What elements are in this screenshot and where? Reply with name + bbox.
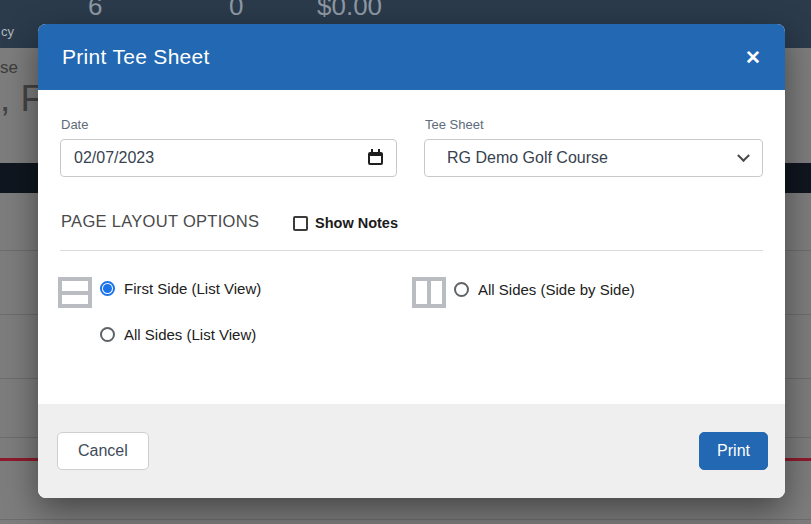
dialog-header: Print Tee Sheet ✕: [38, 24, 785, 90]
tee-sheet-selected-value: RG Demo Golf Course: [447, 149, 608, 167]
close-icon[interactable]: ✕: [745, 48, 761, 67]
page-heading-fragment: , F: [0, 78, 43, 120]
radio-icon[interactable]: [454, 282, 469, 297]
side-by-side-layout-icon: [412, 277, 446, 308]
date-input[interactable]: [74, 149, 368, 167]
show-notes-option[interactable]: Show Notes: [293, 215, 398, 231]
stat-value: $0.00: [317, 0, 382, 22]
cancel-button[interactable]: Cancel: [57, 432, 149, 470]
show-notes-label: Show Notes: [315, 215, 398, 231]
section-divider: [60, 250, 763, 251]
radio-first-side-list-view[interactable]: First Side (List View): [100, 280, 261, 297]
print-tee-sheet-dialog: Print Tee Sheet ✕ Date Tee Sheet RG Demo…: [38, 24, 785, 498]
print-button[interactable]: Print: [699, 432, 768, 470]
radio-icon[interactable]: [100, 327, 115, 342]
radio-label: All Sides (List View): [124, 326, 256, 343]
date-field-label: Date: [61, 117, 88, 132]
radio-label: First Side (List View): [124, 280, 261, 297]
dialog-footer: Cancel Print: [38, 404, 785, 498]
radio-all-sides-side-by-side[interactable]: All Sides (Side by Side): [454, 281, 635, 298]
date-field[interactable]: [60, 139, 397, 177]
stat-value: 0: [229, 0, 243, 22]
show-notes-checkbox[interactable]: [293, 216, 308, 231]
list-view-layout-icon: [58, 277, 92, 308]
radio-icon[interactable]: [100, 281, 115, 296]
radio-label: All Sides (Side by Side): [478, 281, 635, 298]
page-layout-options-title: PAGE LAYOUT OPTIONS: [61, 212, 259, 231]
radio-all-sides-list-view[interactable]: All Sides (List View): [100, 326, 256, 343]
table-row-divider: [0, 519, 811, 520]
tee-sheet-select[interactable]: RG Demo Golf Course: [424, 139, 763, 177]
stat-value: 6: [88, 0, 102, 22]
dialog-title: Print Tee Sheet: [62, 45, 210, 69]
breadcrumb-fragment: se: [0, 58, 18, 78]
chevron-down-icon: [737, 149, 750, 162]
tee-sheet-field-label: Tee Sheet: [425, 117, 484, 132]
nav-text-fragment: cy: [1, 24, 14, 39]
calendar-icon[interactable]: [368, 152, 383, 165]
